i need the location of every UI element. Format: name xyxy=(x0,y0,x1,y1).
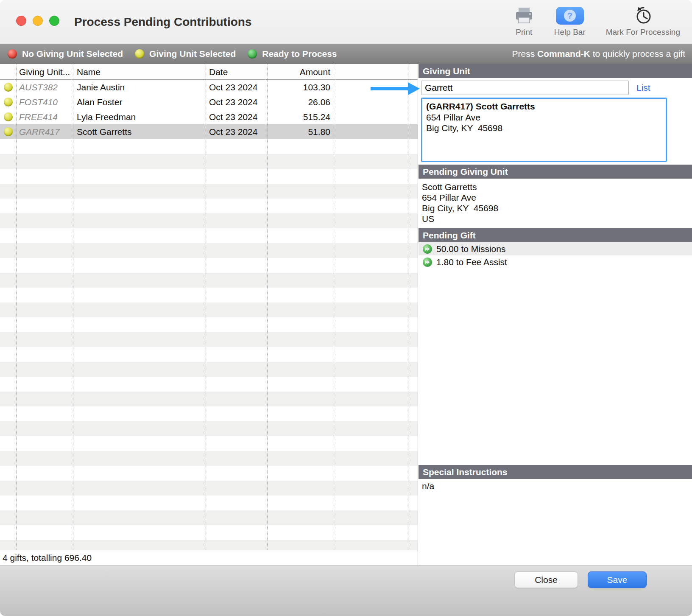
giving-unit-section-header: Giving Unit xyxy=(419,64,692,78)
yellow-status-icon xyxy=(4,83,13,92)
green-status-icon xyxy=(248,49,257,59)
legend-no-giving-unit: No Giving Unit Selected xyxy=(8,49,123,59)
legend-giving-unit-selected: Giving Unit Selected xyxy=(135,49,236,59)
row-name: Lyla Freedman xyxy=(73,112,206,122)
row-giving-unit: AUST382 xyxy=(16,82,73,92)
result-address-line: 654 Pillar Ave xyxy=(426,112,662,123)
row-giving-unit: FOST410 xyxy=(16,97,73,107)
pending-unit-line: 654 Pillar Ave xyxy=(422,192,689,203)
traffic-lights xyxy=(16,16,59,26)
yellow-status-icon xyxy=(135,49,144,59)
row-giving-unit: GARR417 xyxy=(16,127,73,137)
pending-unit-line: Big City, KY 45698 xyxy=(422,203,689,213)
minimize-window-button[interactable] xyxy=(33,16,43,26)
gift-item-label: 50.00 to Missions xyxy=(436,244,505,254)
bottom-action-bar: Close Save xyxy=(0,566,692,616)
row-date: Oct 23 2024 xyxy=(206,97,267,107)
giving-unit-header-label: Giving Unit xyxy=(423,66,470,76)
details-pane: Giving Unit List (GARR417) Scott Garrett… xyxy=(419,64,692,566)
row-name: Scott Garretts xyxy=(73,127,206,137)
table-row[interactable]: FOST410 Alan Foster Oct 23 2024 26.06 xyxy=(0,95,418,109)
result-name: (GARR417) Scott Garretts xyxy=(426,101,662,112)
zoom-window-button[interactable] xyxy=(49,16,59,26)
help-icon: ? xyxy=(556,7,584,25)
column-header-date[interactable]: Date xyxy=(209,64,228,80)
gift-item-label: 1.80 to Fee Assist xyxy=(436,257,507,267)
table-row-selected[interactable]: GARR417 Scott Garretts Oct 23 2024 51.80 xyxy=(0,124,418,139)
process-pending-contributions-window: Process Pending Contributions Print ? He… xyxy=(0,0,692,616)
red-status-icon xyxy=(8,49,17,59)
question-mark-glyph: ? xyxy=(564,10,576,22)
row-amount: 51.80 xyxy=(267,127,334,137)
special-instructions-value: n/a xyxy=(422,481,434,491)
row-status-cell xyxy=(0,98,16,106)
pending-gift-item[interactable]: 1.80 to Fee Assist xyxy=(419,255,692,269)
legend-ready-to-process: Ready to Process xyxy=(248,49,337,59)
shortcut-key: Command-K xyxy=(537,49,590,59)
shortcut-suffix: to quickly process a gift xyxy=(593,49,685,59)
pending-giving-unit-address: Scott Garretts 654 Pillar Ave Big City, … xyxy=(419,179,692,228)
save-button[interactable]: Save xyxy=(588,571,647,588)
pending-giving-unit-header-label: Pending Giving Unit xyxy=(423,167,508,177)
gift-arrow-icon xyxy=(423,244,432,254)
gift-arrow-icon xyxy=(423,258,432,267)
row-date: Oct 23 2024 xyxy=(206,127,267,137)
special-instructions-section-header: Special Instructions xyxy=(419,465,692,479)
shortcut-prefix: Press xyxy=(512,49,535,59)
empty-rows-area xyxy=(0,139,418,550)
status-legend-bar: No Giving Unit Selected Giving Unit Sele… xyxy=(0,44,692,64)
yellow-status-icon xyxy=(4,127,13,136)
row-date: Oct 23 2024 xyxy=(206,112,267,122)
clock-icon xyxy=(633,6,652,25)
pending-gift-header-label: Pending Gift xyxy=(423,230,476,241)
pending-giving-unit-section-header: Pending Giving Unit xyxy=(419,165,692,179)
printer-icon xyxy=(514,7,534,25)
print-label: Print xyxy=(516,28,532,37)
help-bar-label: Help Bar xyxy=(554,28,586,37)
table-header-row: Giving Unit... Name Date Amount xyxy=(0,64,418,80)
print-button[interactable]: Print xyxy=(514,7,534,37)
close-button[interactable]: Close xyxy=(514,571,578,588)
row-date: Oct 23 2024 xyxy=(206,82,267,92)
row-status-cell xyxy=(0,127,16,136)
table-body: AUST382 Janie Austin Oct 23 2024 103.30 … xyxy=(0,80,418,550)
pending-gift-item[interactable]: 50.00 to Missions xyxy=(419,242,692,255)
mark-for-processing-label: Mark For Processing xyxy=(606,28,680,37)
column-header-name[interactable]: Name xyxy=(77,64,100,80)
row-status-cell xyxy=(0,83,16,92)
row-amount: 26.06 xyxy=(267,97,334,107)
giving-unit-search-input[interactable] xyxy=(421,81,629,95)
mark-for-processing-button[interactable]: Mark For Processing xyxy=(606,6,680,37)
yellow-status-icon xyxy=(4,98,13,106)
pending-unit-line: US xyxy=(422,213,689,224)
column-header-amount[interactable]: Amount xyxy=(267,64,330,80)
giving-unit-search-row: List xyxy=(419,78,692,97)
shortcut-hint: Press Command-K to quickly process a gif… xyxy=(512,49,685,59)
row-name: Janie Austin xyxy=(73,82,206,92)
column-header-giving-unit[interactable]: Giving Unit... xyxy=(19,64,70,80)
row-amount: 515.24 xyxy=(267,112,334,122)
legend-label-green: Ready to Process xyxy=(262,49,337,59)
row-amount: 103.30 xyxy=(267,82,334,92)
legend-label-yellow: Giving Unit Selected xyxy=(149,49,236,59)
row-status-cell xyxy=(0,112,16,121)
pending-gift-section-header: Pending Gift xyxy=(419,228,692,242)
table-row[interactable]: AUST382 Janie Austin Oct 23 2024 103.30 xyxy=(0,80,418,95)
list-link[interactable]: List xyxy=(636,83,650,93)
table-row[interactable]: FREE414 Lyla Freedman Oct 23 2024 515.24 xyxy=(0,109,418,124)
close-window-button[interactable] xyxy=(16,16,26,26)
giving-unit-search-result[interactable]: (GARR417) Scott Garretts 654 Pillar Ave … xyxy=(421,98,667,162)
titlebar: Process Pending Contributions Print ? He… xyxy=(0,0,692,44)
gifts-total-summary: 4 gifts, totalling 696.40 xyxy=(3,553,92,563)
yellow-status-icon xyxy=(4,112,13,121)
table-summary-bar: 4 gifts, totalling 696.40 xyxy=(0,550,418,566)
legend-label-red: No Giving Unit Selected xyxy=(22,49,123,59)
titlebar-toolbar: Print ? Help Bar Mark For Processing xyxy=(514,6,680,37)
result-address-line: Big City, KY 45698 xyxy=(426,123,662,133)
help-bar-button[interactable]: ? Help Bar xyxy=(554,7,586,37)
pending-unit-line: Scott Garretts xyxy=(422,182,689,192)
row-giving-unit: FREE414 xyxy=(16,112,73,122)
special-instructions-header-label: Special Instructions xyxy=(423,467,508,477)
row-name: Alan Foster xyxy=(73,97,206,107)
pending-contributions-table: Giving Unit... Name Date Amount AUST382 … xyxy=(0,64,418,566)
